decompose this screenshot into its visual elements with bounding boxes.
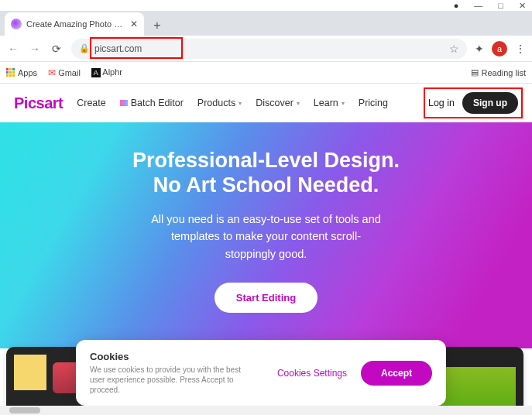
bookmarks-bar: Apps ✉ Gmail A Alphr ▤ Reading list: [0, 62, 532, 84]
bookmark-alphr[interactable]: A Alphr: [91, 67, 122, 77]
new-tab-button[interactable]: +: [147, 15, 167, 36]
nav-pricing[interactable]: Pricing: [359, 98, 388, 108]
reading-list-label: Reading list: [482, 68, 526, 77]
nav-learn-label: Learn: [314, 98, 338, 108]
record-icon[interactable]: ●: [454, 1, 459, 10]
hero-sub-line1: All you need is an easy-to-use set of to…: [151, 213, 381, 225]
reading-list-icon: ▤: [471, 67, 479, 77]
close-tab-icon[interactable]: ✕: [130, 19, 138, 29]
close-window-button[interactable]: ✕: [519, 1, 526, 11]
minimize-button[interactable]: —: [474, 1, 482, 10]
tab-strip: Create Amazing Photo & Video | ✕ +: [0, 11, 532, 36]
extensions-icon[interactable]: ✦: [475, 43, 484, 55]
tab-title: Create Amazing Photo & Video |: [26, 19, 125, 29]
chevron-down-icon: ▾: [239, 100, 242, 107]
horizontal-scrollbar[interactable]: [0, 406, 532, 415]
start-editing-button[interactable]: Start Editing: [215, 283, 317, 313]
nav-batch-editor[interactable]: Batch Editor: [120, 98, 184, 108]
hero-sub-line2: templates to make your content scroll-: [171, 230, 361, 242]
cookies-banner: Cookies We use cookies to provide you wi…: [76, 340, 446, 406]
nav-discover-label: Discover: [256, 98, 293, 108]
cookies-title: Cookies: [90, 351, 245, 362]
cookies-settings-link[interactable]: Cookies Settings: [277, 368, 347, 379]
login-link[interactable]: Log in: [428, 98, 455, 108]
reload-button[interactable]: ⟳: [50, 43, 63, 55]
signup-button[interactable]: Sign up: [462, 92, 518, 114]
cookies-body: We use cookies to provide you with the b…: [90, 365, 245, 395]
nav-products[interactable]: Products▾: [197, 98, 242, 108]
nav-batch-label: Batch Editor: [131, 98, 184, 108]
bookmark-gmail[interactable]: ✉ Gmail: [48, 67, 81, 78]
nav-products-label: Products: [197, 98, 235, 108]
chevron-down-icon: ▾: [297, 100, 300, 107]
apps-shortcut[interactable]: Apps: [6, 68, 37, 77]
address-bar[interactable]: 🔒 picsart.com ☆: [71, 39, 467, 59]
forward-button: →: [28, 43, 42, 55]
browser-tab[interactable]: Create Amazing Photo & Video | ✕: [5, 12, 144, 36]
gmail-icon: ✉: [48, 67, 56, 78]
alphr-icon: A: [91, 68, 101, 77]
hero-section: Professional-Level Design. No Art School…: [0, 122, 532, 348]
logo[interactable]: Picsart: [14, 94, 63, 112]
apps-grid-icon: [6, 68, 15, 77]
reading-list-button[interactable]: ▤ Reading list: [471, 67, 526, 77]
auth-group: Log in Sign up: [428, 92, 518, 114]
favicon-icon: [11, 19, 22, 29]
kebab-menu-icon[interactable]: ⋮: [515, 43, 526, 55]
hero-subtitle: All you need is an easy-to-use set of to…: [151, 211, 381, 262]
window-titlebar: ● — □ ✕: [0, 0, 532, 11]
nav-create[interactable]: Create: [77, 98, 106, 108]
chevron-down-icon: ▾: [342, 100, 345, 107]
alphr-label: Alphr: [102, 67, 122, 77]
browser-toolbar: ← → ⟳ 🔒 picsart.com ☆ ✦ a ⋮: [0, 36, 532, 62]
gmail-label: Gmail: [58, 68, 81, 77]
hero-title-line1: Professional-Level Design.: [132, 149, 400, 172]
cookies-accept-button[interactable]: Accept: [361, 361, 432, 386]
batch-icon: [120, 100, 128, 106]
lock-icon: 🔒: [79, 43, 90, 53]
profile-avatar[interactable]: a: [492, 41, 507, 57]
site-header: Picsart Create Batch Editor Products▾ Di…: [0, 84, 532, 122]
hero-title: Professional-Level Design. No Art School…: [132, 149, 400, 198]
back-button[interactable]: ←: [6, 43, 20, 55]
nav-learn[interactable]: Learn▾: [314, 98, 345, 108]
nav-discover[interactable]: Discover▾: [256, 98, 300, 108]
hero-sub-line3: stoppingly good.: [225, 248, 307, 260]
bookmark-star-icon[interactable]: ☆: [449, 43, 459, 55]
hero-title-line2: No Art School Needed.: [153, 173, 379, 197]
maximize-button[interactable]: □: [498, 1, 503, 10]
url-text: picsart.com: [94, 43, 142, 54]
apps-label: Apps: [18, 68, 37, 77]
